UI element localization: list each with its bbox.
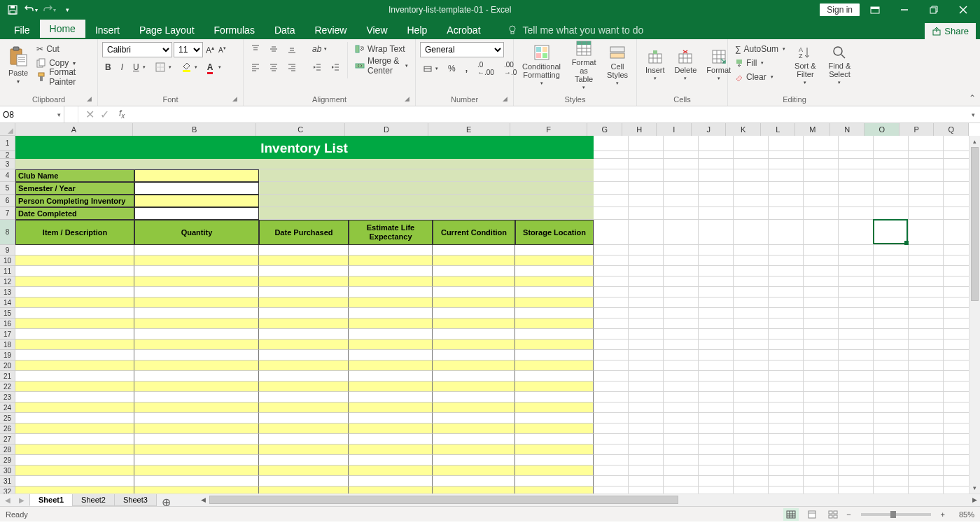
cell[interactable]: [804, 424, 839, 434]
cell[interactable]: [769, 298, 804, 308]
cell[interactable]: [769, 371, 804, 382]
cell[interactable]: [15, 245, 134, 255]
cell[interactable]: [909, 329, 944, 340]
cell[interactable]: [734, 220, 769, 245]
cell[interactable]: [515, 287, 594, 298]
cell[interactable]: [664, 444, 699, 455]
row-header-23[interactable]: 23: [0, 392, 15, 402]
cell[interactable]: [134, 340, 259, 350]
cell[interactable]: [909, 169, 944, 182]
cell[interactable]: [769, 169, 804, 182]
cell[interactable]: [804, 340, 839, 350]
cell[interactable]: [874, 455, 909, 465]
cell[interactable]: [874, 136, 909, 151]
cell[interactable]: [839, 287, 874, 298]
save-button[interactable]: [4, 2, 21, 18]
cell[interactable]: [134, 318, 259, 329]
horizontal-scrollbar[interactable]: ◀ ▶: [198, 494, 980, 506]
ribbon-display-options-button[interactable]: [861, 0, 889, 20]
wrap-text-button[interactable]: Wrap Text: [352, 42, 411, 56]
col-header-N[interactable]: N: [830, 123, 865, 136]
row-header-10[interactable]: 10: [0, 255, 15, 266]
cell[interactable]: [433, 298, 515, 308]
cell[interactable]: [874, 276, 909, 287]
cell[interactable]: [769, 424, 804, 434]
cell[interactable]: [349, 308, 433, 318]
cell[interactable]: [433, 392, 515, 402]
cell[interactable]: [909, 444, 944, 455]
cell[interactable]: [909, 298, 944, 308]
cell[interactable]: [15, 340, 134, 350]
cell[interactable]: [839, 382, 874, 392]
cell[interactable]: [874, 392, 909, 402]
cell[interactable]: [909, 350, 944, 360]
cell[interactable]: [909, 476, 944, 486]
cell[interactable]: [433, 455, 515, 465]
cell[interactable]: [664, 402, 699, 413]
cell[interactable]: [259, 245, 349, 255]
row-header-14[interactable]: 14: [0, 298, 15, 308]
cell[interactable]: [259, 318, 349, 329]
cell[interactable]: [909, 220, 944, 245]
cell[interactable]: [629, 245, 664, 255]
cell[interactable]: [594, 159, 629, 169]
cell[interactable]: [874, 318, 909, 329]
cell[interactable]: [259, 298, 349, 308]
cell[interactable]: [804, 276, 839, 287]
cell[interactable]: [874, 195, 909, 207]
cell[interactable]: [874, 308, 909, 318]
cell[interactable]: [804, 371, 839, 382]
cell[interactable]: [664, 424, 699, 434]
collapse-ribbon-button[interactable]: ⌃: [969, 93, 976, 103]
cell[interactable]: [134, 276, 259, 287]
cell[interactable]: [839, 455, 874, 465]
cell[interactable]: [909, 151, 944, 159]
cell[interactable]: [699, 455, 734, 465]
cell[interactable]: [594, 318, 629, 329]
cell[interactable]: [349, 382, 433, 392]
cell[interactable]: [259, 207, 594, 220]
cell[interactable]: [15, 266, 134, 276]
cell[interactable]: [629, 287, 664, 298]
cell[interactable]: [734, 182, 769, 195]
cell[interactable]: [629, 371, 664, 382]
col-header-B[interactable]: B: [133, 123, 256, 136]
tab-home[interactable]: Home: [40, 20, 85, 39]
cell[interactable]: [349, 424, 433, 434]
cell[interactable]: [839, 136, 874, 151]
cell[interactable]: [874, 371, 909, 382]
cell[interactable]: [734, 266, 769, 276]
cell[interactable]: [629, 392, 664, 402]
cell[interactable]: [769, 318, 804, 329]
cell[interactable]: [349, 465, 433, 476]
expand-formula-bar-button[interactable]: ▾: [966, 106, 980, 122]
cell[interactable]: [909, 182, 944, 195]
cell[interactable]: [909, 434, 944, 444]
cell[interactable]: [839, 182, 874, 195]
cell[interactable]: [699, 169, 734, 182]
cell[interactable]: Quantity: [134, 220, 259, 245]
cell[interactable]: [699, 350, 734, 360]
row-header-1[interactable]: 1: [0, 136, 15, 151]
name-box[interactable]: ▾: [0, 106, 64, 122]
cell[interactable]: [629, 318, 664, 329]
cell[interactable]: [259, 350, 349, 360]
row-header-24[interactable]: 24: [0, 402, 15, 413]
cell[interactable]: [699, 444, 734, 455]
qat-customize-button[interactable]: ▾: [59, 2, 76, 18]
cell[interactable]: [515, 382, 594, 392]
cell[interactable]: [769, 350, 804, 360]
number-launcher[interactable]: ◢: [503, 95, 511, 104]
cell[interactable]: [664, 195, 699, 207]
cell[interactable]: [664, 151, 699, 159]
align-bottom-button[interactable]: [284, 42, 300, 56]
cell[interactable]: [804, 169, 839, 182]
cell[interactable]: Estimate Life Expectancy: [349, 220, 433, 245]
cell[interactable]: [874, 444, 909, 455]
cell[interactable]: [699, 402, 734, 413]
cell[interactable]: [515, 308, 594, 318]
cell[interactable]: [629, 276, 664, 287]
cell[interactable]: [909, 402, 944, 413]
col-header-G[interactable]: G: [587, 123, 622, 136]
cell[interactable]: [839, 220, 874, 245]
